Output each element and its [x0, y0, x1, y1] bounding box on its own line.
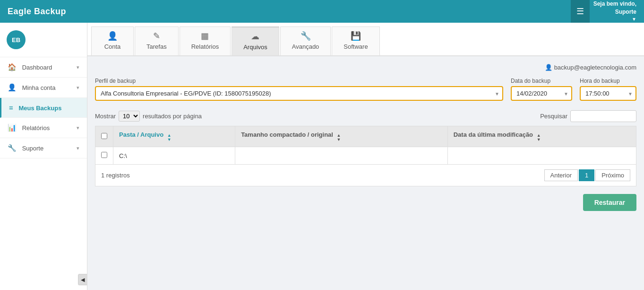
sidebar-logo: EB	[0, 23, 87, 57]
perfil-select-wrapper: Alfa Consultoria Empresarial - EG/PDVE (…	[95, 86, 503, 101]
data-select[interactable]: 14/02/2020	[511, 86, 572, 101]
tab-relatorios[interactable]: ▦ Relatórios	[180, 26, 231, 55]
hora-select[interactable]: 17:50:00	[580, 86, 636, 101]
sort-arrows: ▲▼	[167, 133, 172, 142]
table-row: C:\	[95, 147, 636, 165]
user-icon: 👤	[8, 83, 17, 91]
collapse-icon: ◀	[81, 277, 85, 283]
arquivos-icon: ☁	[251, 31, 259, 42]
row-tamanho	[235, 147, 448, 165]
perfil-filter-group: Perfil de backup Alfa Consultoria Empres…	[95, 78, 503, 101]
row-path: C:\	[113, 147, 235, 165]
sidebar-item-label: Minha conta	[22, 84, 56, 91]
menu-toggle-button[interactable]: ☰	[571, 0, 590, 23]
tarefas-icon: ✎	[153, 31, 160, 41]
sidebar-item-label: Relatórios	[22, 124, 50, 132]
files-table: Pasta / Arquivo ▲▼ Tamanho compactado / …	[95, 126, 636, 165]
conta-icon: 👤	[107, 31, 118, 41]
user-icon: 👤	[545, 64, 552, 71]
eagle-backup-logo: EB	[6, 29, 26, 50]
avancado-icon: 🔧	[301, 31, 311, 41]
hora-label: Hora do backup	[580, 78, 636, 84]
chevron-down-icon: ▾	[77, 85, 79, 91]
welcome-label: Seja bem vindo,	[593, 0, 636, 8]
sidebar-item-label: Meus Backups	[18, 105, 61, 112]
perfil-label: Perfil de backup	[95, 78, 503, 84]
sort-arrows-tamanho: ▲▼	[337, 133, 341, 142]
backups-icon: ≡	[9, 104, 13, 112]
perfil-select[interactable]: Alfa Consultoria Empresarial - EG/PDVE (…	[95, 86, 503, 101]
tab-tarefas[interactable]: ✎ Tarefas	[135, 26, 179, 55]
entries-per-page-select[interactable]: 10	[119, 111, 140, 122]
restore-btn-container: Restaurar	[95, 194, 636, 211]
tab-avancado[interactable]: 🔧 Avançado	[280, 26, 331, 55]
app-title: Eagle Backup	[8, 7, 66, 17]
row-checkbox-cell	[95, 147, 113, 165]
dashboard-icon: 🏠	[8, 63, 17, 71]
hora-select-wrapper: 17:50:00	[580, 86, 636, 101]
data-filter-group: Data do backup 14/02/2020	[511, 78, 572, 101]
chevron-down-icon: ▾	[77, 64, 79, 70]
chevron-down-icon: ▾	[77, 125, 79, 131]
sidebar-item-dashboard[interactable]: 🏠 Dashboard ▾	[0, 57, 87, 78]
sort-arrows-date: ▲▼	[537, 133, 541, 142]
show-entries: Mostrar 10 resultados por página	[95, 111, 202, 122]
user-email-row: 👤 backup@eagletecnologia.com	[95, 64, 636, 71]
select-all-checkbox[interactable]	[101, 133, 107, 139]
pagination: Anterior 1 Próximo	[544, 169, 630, 181]
header-checkbox-cell	[95, 126, 113, 147]
main-content: 👤 Conta ✎ Tarefas ▦ Relatórios ☁ Arquivo…	[87, 23, 644, 290]
svg-text:EB: EB	[12, 36, 20, 44]
search-label: Pesquisar	[540, 113, 567, 120]
username: Suporte ▼	[593, 8, 636, 23]
tab-bar: 👤 Conta ✎ Tarefas ▦ Relatórios ☁ Arquivo…	[87, 23, 644, 56]
header-tamanho[interactable]: Tamanho compactado / original ▲▼	[235, 126, 448, 147]
sidebar-collapse-button[interactable]: ◀	[78, 274, 87, 285]
next-page-button[interactable]: Próximo	[595, 169, 630, 181]
row-data-mod	[447, 147, 636, 165]
restore-button[interactable]: Restaurar	[583, 194, 636, 211]
content-area: 👤 backup@eagletecnologia.com Perfil de b…	[87, 56, 644, 290]
top-header: Eagle Backup ☰ Seja bem vindo, Suporte ▼	[0, 0, 644, 23]
prev-page-button[interactable]: Anterior	[544, 169, 578, 181]
tamanho-label: Tamanho compactado / original	[241, 131, 333, 138]
data-mod-label: Data da última modificação	[454, 131, 533, 138]
data-select-wrapper: 14/02/2020	[511, 86, 572, 101]
menu-icon: ☰	[576, 6, 584, 17]
tab-conta[interactable]: 👤 Conta	[91, 26, 134, 55]
chevron-down-icon: ▾	[77, 145, 79, 151]
records-count: 1 registros	[101, 172, 130, 179]
tab-software[interactable]: 💾 Software	[332, 26, 379, 55]
pasta-arquivo-label: Pasta / Arquivo	[119, 131, 163, 138]
relatorios-icon: 📊	[8, 123, 17, 132]
header-data-modificacao[interactable]: Data da última modificação ▲▼	[447, 126, 636, 147]
user-email-text: backup@eagletecnologia.com	[554, 64, 636, 71]
tab-arquivos[interactable]: ☁ Arquivos	[232, 26, 279, 55]
sidebar-item-label: Dashboard	[22, 64, 52, 71]
hora-filter-group: Hora do backup 17:50:00	[580, 78, 636, 101]
search-input[interactable]	[570, 110, 636, 122]
table-controls: Mostrar 10 resultados por página Pesquis…	[95, 110, 636, 122]
sidebar-item-relatorios[interactable]: 📊 Relatórios ▾	[0, 118, 87, 138]
per-page-label: resultados por página	[143, 113, 202, 120]
search-box: Pesquisar	[540, 110, 636, 122]
data-label: Data do backup	[511, 78, 572, 84]
filter-row: Perfil de backup Alfa Consultoria Empres…	[95, 78, 636, 101]
sidebar-item-minha-conta[interactable]: 👤 Minha conta ▾	[0, 78, 87, 98]
header-right: ☰ Seja bem vindo, Suporte ▼	[571, 0, 636, 23]
main-layout: EB 🏠 Dashboard ▾ 👤 Minha conta ▾ ≡ Meus …	[0, 23, 644, 290]
sidebar-item-label: Suporte	[22, 145, 44, 152]
suporte-icon: 🔧	[8, 144, 17, 152]
sidebar-item-meus-backups[interactable]: ≡ Meus Backups	[0, 98, 87, 118]
software-icon: 💾	[351, 31, 361, 41]
show-label: Mostrar	[95, 113, 116, 120]
row-checkbox[interactable]	[101, 152, 107, 158]
user-dropdown-arrow[interactable]: ▼	[595, 16, 636, 23]
current-page-button[interactable]: 1	[579, 169, 594, 181]
sidebar: EB 🏠 Dashboard ▾ 👤 Minha conta ▾ ≡ Meus …	[0, 23, 87, 290]
table-footer: 1 registros Anterior 1 Próximo	[95, 165, 636, 186]
header-pasta-arquivo[interactable]: Pasta / Arquivo ▲▼	[113, 126, 235, 147]
welcome-text: Seja bem vindo, Suporte ▼	[593, 0, 636, 23]
sidebar-item-suporte[interactable]: 🔧 Suporte ▾	[0, 138, 87, 158]
relatorios-tab-icon: ▦	[201, 31, 209, 41]
